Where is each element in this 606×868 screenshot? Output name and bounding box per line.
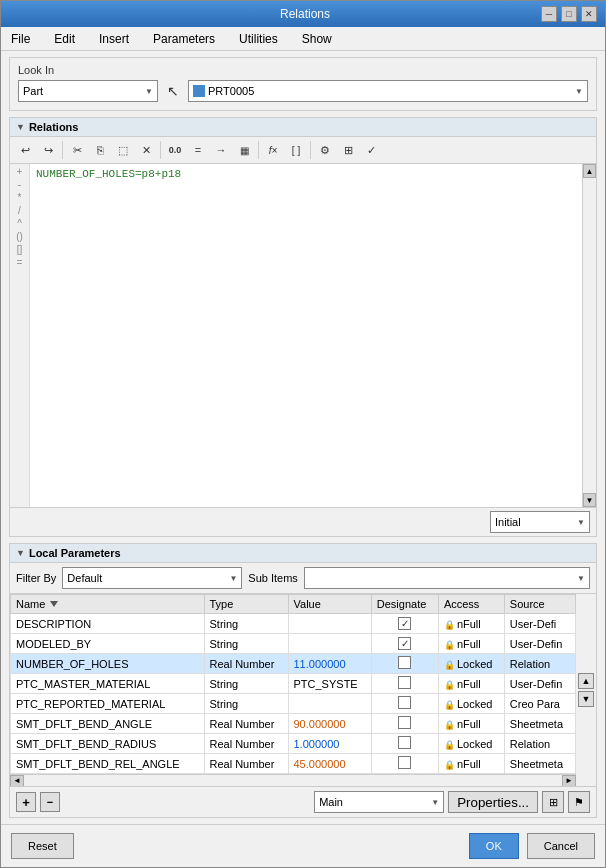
designate-checkbox[interactable]: ✓: [398, 617, 411, 630]
menu-utilities[interactable]: Utilities: [233, 30, 284, 48]
table-row[interactable]: SMT_DFLT_BEND_RADIUSReal Number1.000000🔒…: [11, 734, 576, 754]
redo-button[interactable]: ↪: [37, 139, 59, 161]
param-access-cell: 🔒Locked: [438, 694, 504, 714]
cancel-button[interactable]: Cancel: [527, 833, 595, 859]
table-row[interactable]: SMT_DFLT_BEND_ANGLEReal Number90.000000🔒…: [11, 714, 576, 734]
menu-insert[interactable]: Insert: [93, 30, 135, 48]
dialog-footer: Reset OK Cancel: [1, 824, 605, 867]
param-designate-cell[interactable]: ✓: [371, 634, 438, 654]
toolbar-sep-2: [160, 141, 161, 159]
param-designate-cell[interactable]: [371, 674, 438, 694]
local-params-collapse-arrow[interactable]: ▼: [16, 548, 25, 558]
designate-checkbox[interactable]: [398, 716, 411, 729]
param-designate-cell[interactable]: [371, 754, 438, 774]
side-arrows: ▲ ▼: [576, 594, 596, 786]
param-designate-cell[interactable]: [371, 734, 438, 754]
param-name-cell: NUMBER_OF_HOLES: [11, 654, 205, 674]
param-name-cell: PTC_REPORTED_MATERIAL: [11, 694, 205, 714]
look-in-type-dropdown[interactable]: Part ▼: [18, 80, 158, 102]
designate-checkbox[interactable]: ✓: [398, 637, 411, 650]
param-designate-cell[interactable]: ✓: [371, 614, 438, 634]
access-label: nFull: [457, 638, 481, 650]
param-designate-cell[interactable]: [371, 654, 438, 674]
filter-dropdown[interactable]: Default ▼: [62, 567, 242, 589]
paste-button[interactable]: ⬚: [112, 139, 134, 161]
sym-parens: (): [16, 231, 23, 242]
table-row[interactable]: NUMBER_OF_HOLESReal Number11.000000🔒Lock…: [11, 654, 576, 674]
cut-button[interactable]: ✂: [66, 139, 88, 161]
scroll-down-button[interactable]: ▼: [583, 493, 596, 507]
scroll-up-button[interactable]: ▲: [583, 164, 596, 178]
table-row[interactable]: DESCRIPTIONString✓🔒nFullUser-Defi: [11, 614, 576, 634]
table-button[interactable]: ⊞: [337, 139, 359, 161]
chart-button[interactable]: ▦: [233, 139, 255, 161]
menu-show[interactable]: Show: [296, 30, 338, 48]
menu-file[interactable]: File: [5, 30, 36, 48]
col-header-access: Access: [438, 595, 504, 614]
scroll-track: [583, 178, 596, 493]
relations-collapse-arrow[interactable]: ▼: [16, 122, 25, 132]
delete-button[interactable]: ✕: [135, 139, 157, 161]
menu-parameters[interactable]: Parameters: [147, 30, 221, 48]
col-header-designate: Designate: [371, 595, 438, 614]
param-designate-cell[interactable]: [371, 694, 438, 714]
add-parameter-button[interactable]: +: [16, 792, 36, 812]
lock-icon: 🔒: [444, 720, 455, 730]
fx-button[interactable]: f×: [262, 139, 284, 161]
move-up-button[interactable]: ▲: [578, 673, 594, 689]
undo-button[interactable]: ↩: [14, 139, 36, 161]
scroll-left-button[interactable]: ◄: [10, 775, 24, 787]
remove-parameter-button[interactable]: −: [40, 792, 60, 812]
format-button[interactable]: 0.0: [164, 139, 186, 161]
param-designate-cell[interactable]: [371, 714, 438, 734]
ok-button[interactable]: OK: [469, 833, 519, 859]
initial-dropdown[interactable]: Initial ▼: [490, 511, 590, 533]
designate-checkbox[interactable]: [398, 736, 411, 749]
table-icon-button[interactable]: ⊞: [542, 791, 564, 813]
verify-button[interactable]: ✓: [360, 139, 382, 161]
param-source-cell: User-Defi: [504, 614, 575, 634]
param-source-cell: Sheetmeta: [504, 754, 575, 774]
param-name-cell: SMT_DFLT_BEND_REL_ANGLE: [11, 754, 205, 774]
designate-checkbox[interactable]: [398, 756, 411, 769]
designate-checkbox[interactable]: [398, 696, 411, 709]
minimize-button[interactable]: ─: [541, 6, 557, 22]
param-name-cell: SMT_DFLT_BEND_ANGLE: [11, 714, 205, 734]
equals-button[interactable]: =: [187, 139, 209, 161]
param-type-cell: Real Number: [204, 654, 288, 674]
move-down-button[interactable]: ▼: [578, 691, 594, 707]
table-row[interactable]: PTC_REPORTED_MATERIALString🔒LockedCreo P…: [11, 694, 576, 714]
params-table: Name Type Value Designate Access Source …: [10, 594, 576, 774]
params-footer: + − Main ▼ Properties... ⊞ ⚑: [10, 786, 596, 817]
sub-items-dropdown[interactable]: ▼: [304, 567, 590, 589]
name-filter-icon: [50, 601, 58, 609]
designate-checkbox[interactable]: [398, 676, 411, 689]
menu-edit[interactable]: Edit: [48, 30, 81, 48]
look-in-prt-dropdown[interactable]: PRT0005 ▼: [188, 80, 588, 102]
table-container[interactable]: Name Type Value Designate Access Source …: [10, 594, 576, 774]
bracket-button[interactable]: [ ]: [285, 139, 307, 161]
scroll-right-button[interactable]: ►: [562, 775, 576, 787]
arrow-button[interactable]: →: [210, 139, 232, 161]
table-row[interactable]: PTC_MASTER_MATERIALStringPTC_SYSTE🔒nFull…: [11, 674, 576, 694]
local-params-section: ▼ Local Parameters Filter By Default ▼ S…: [9, 543, 597, 818]
param-name-cell: DESCRIPTION: [11, 614, 205, 634]
col-header-type: Type: [204, 595, 288, 614]
col-header-value: Value: [288, 595, 371, 614]
main-dropdown[interactable]: Main ▼: [314, 791, 444, 813]
filter-icon-button[interactable]: ⚑: [568, 791, 590, 813]
table-row[interactable]: SMT_DFLT_BEND_REL_ANGLEReal Number45.000…: [11, 754, 576, 774]
look-in-type-arrow: ▼: [145, 87, 153, 96]
relation-editor[interactable]: NUMBER_OF_HOLES=p8+p18: [30, 164, 582, 507]
table-row[interactable]: MODELED_BYString✓🔒nFullUser-Defin: [11, 634, 576, 654]
sym-divide: /: [18, 205, 21, 216]
properties-button[interactable]: Properties...: [448, 791, 538, 813]
close-button[interactable]: ✕: [581, 6, 597, 22]
designate-checkbox[interactable]: [398, 656, 411, 669]
line-symbols: + - * / ^ () [] =: [10, 164, 30, 507]
reset-button[interactable]: Reset: [11, 833, 74, 859]
copy-button[interactable]: ⎘: [89, 139, 111, 161]
maximize-button[interactable]: □: [561, 6, 577, 22]
sym-plus: +: [17, 166, 23, 177]
gear-button[interactable]: ⚙: [314, 139, 336, 161]
